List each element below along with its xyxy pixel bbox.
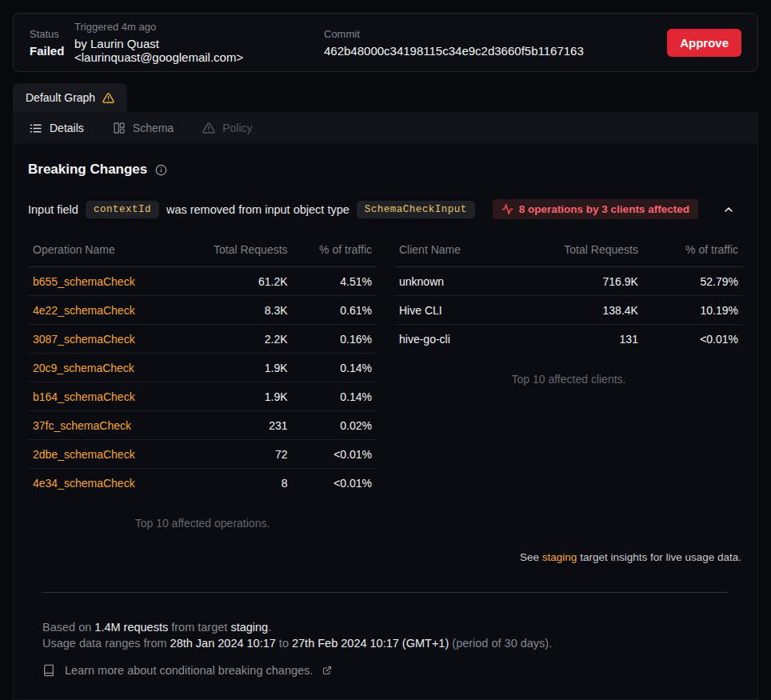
column-header: Total Requests [179, 238, 293, 267]
table-row: 3087_schemaCheck 2.2K 0.16% [28, 325, 377, 354]
requests-cell: 2.2K [179, 325, 293, 354]
from-target-text: from target [171, 621, 227, 634]
activity-pulse-icon [501, 203, 513, 215]
tab-policy-label: Policy [222, 122, 252, 134]
traffic-cell: 4.51% [293, 267, 377, 296]
operation-link[interactable]: 3087_schemaCheck [33, 333, 135, 346]
check-nav-tabs: Details Schema Policy [13, 112, 758, 144]
tab-default-graph[interactable]: Default Graph [13, 83, 127, 112]
traffic-cell: 10.19% [643, 296, 743, 325]
ranges-prefix-text: Usage data ranges from [42, 637, 167, 650]
traffic-cell: 52.79% [643, 267, 743, 296]
client-name-cell: Hive CLI [394, 296, 509, 325]
to-text: to [279, 637, 289, 650]
tab-schema-label: Schema [133, 122, 174, 134]
schema-icon [113, 122, 126, 134]
client-name-cell: unknown [394, 267, 509, 296]
status-label: Status [30, 28, 74, 40]
commit-group: Commit 462b48000c34198115c34e9c2d3660f5b… [324, 28, 667, 58]
table-row: 4e34_schemaCheck 8 <0.01% [28, 469, 377, 498]
see-note-pre: See [520, 551, 539, 563]
traffic-cell: 0.14% [293, 354, 377, 382]
change-prefix: Input field [28, 203, 78, 216]
target-name: staging [230, 621, 268, 634]
footer-divider [42, 592, 729, 593]
commit-hash: 462b48000c34198115c34e9c2d3660f5b1167163 [324, 44, 667, 58]
details-panel: Breaking Changes Input field contextId w… [13, 144, 758, 700]
see-staging-note: See staging target insights for live usa… [28, 551, 743, 563]
traffic-cell: 0.61% [293, 296, 377, 325]
column-header: Total Requests [509, 238, 643, 267]
table-row: b164_schemaCheck 1.9K 0.14% [28, 382, 377, 411]
learn-more-label: Learn more about conditional breaking ch… [65, 664, 313, 677]
table-row: b655_schemaCheck 61.2K 4.51% [28, 267, 377, 296]
traffic-cell: <0.01% [293, 469, 377, 498]
requests-cell: 131 [509, 325, 643, 354]
requests-cell: 8.3K [179, 296, 293, 325]
requests-cell: 138.4K [509, 296, 643, 325]
operation-link[interactable]: 20c9_schemaCheck [33, 362, 134, 374]
approve-button[interactable]: Approve [667, 29, 741, 57]
traffic-cell: <0.01% [643, 325, 743, 354]
tab-details[interactable]: Details [29, 122, 84, 135]
requests-cell: 1.9K [179, 382, 293, 411]
change-field-code: contextId [86, 201, 159, 218]
check-header: Status Failed Triggered 4m ago by Laurin… [13, 13, 758, 72]
status-value: Failed [30, 44, 74, 58]
usage-summary-line2: Usage data ranges from 28th Jan 2024 10:… [42, 635, 729, 651]
operation-link[interactable]: 37fc_schemaCheck [33, 419, 131, 432]
usage-summary: Based on 1.4M requests from target stagi… [42, 619, 729, 651]
external-link-icon [322, 666, 332, 675]
triggered-author: by Laurin Quast <laurinquast@googlemail.… [74, 37, 324, 64]
affected-badge-label: 8 operations by 3 clients affected [519, 203, 689, 215]
commit-label: Commit [324, 28, 667, 40]
staging-target-link[interactable]: staging [542, 551, 577, 563]
book-icon [42, 664, 55, 677]
operation-link[interactable]: b655_schemaCheck [33, 275, 135, 288]
operation-link[interactable]: 4e22_schemaCheck [33, 304, 135, 317]
traffic-cell: 0.16% [293, 325, 377, 354]
collapse-chevron-button[interactable] [719, 200, 738, 219]
tab-policy[interactable]: Policy [202, 122, 252, 134]
range-start-date: 28th Jan 2024 10:17 [170, 637, 276, 650]
period-text: (period of 30 days). [452, 637, 552, 650]
operation-link[interactable]: b164_schemaCheck [33, 390, 135, 403]
breaking-change-row[interactable]: Input field contextId was removed from i… [28, 199, 743, 219]
table-row: unknown 716.9K 52.79% [394, 267, 743, 296]
policy-warning-icon [202, 122, 215, 134]
column-header: % of traffic [293, 238, 377, 267]
requests-cell: 61.2K [179, 267, 293, 296]
triggered-group: Triggered 4m ago by Laurin Quast <laurin… [74, 21, 324, 64]
change-middle: was removed from input object type [166, 203, 350, 216]
table-row: hive-go-cli 131 <0.01% [394, 325, 743, 354]
list-icon [29, 122, 42, 135]
chevron-up-icon [722, 203, 735, 216]
learn-more-link[interactable]: Learn more about conditional breaking ch… [42, 664, 332, 677]
column-header: Client Name [394, 238, 509, 267]
column-header: % of traffic [643, 238, 743, 267]
tab-details-label: Details [50, 122, 84, 134]
requests-cell: 1.9K [179, 354, 293, 382]
table-row: 2dbe_schemaCheck 72 <0.01% [28, 440, 377, 469]
client-name-cell: hive-go-cli [394, 325, 509, 354]
tab-schema[interactable]: Schema [113, 122, 174, 134]
table-row: 4e22_schemaCheck 8.3K 0.61% [28, 296, 377, 325]
graph-tab-label: Default Graph [26, 91, 95, 104]
clients-table: Client Name Total Requests % of traffic … [394, 238, 743, 530]
usage-summary-line1: Based on 1.4M requests from target stagi… [42, 619, 729, 635]
requests-count: 1.4M requests [94, 621, 168, 634]
table-row: 20c9_schemaCheck 1.9K 0.14% [28, 354, 377, 382]
requests-cell: 8 [179, 469, 293, 498]
traffic-cell: <0.01% [293, 440, 377, 469]
breaking-changes-title: Breaking Changes [28, 162, 147, 178]
clients-table-note: Top 10 affected clients. [394, 373, 743, 386]
operation-link[interactable]: 4e34_schemaCheck [33, 477, 135, 490]
warning-triangle-icon [102, 92, 114, 104]
info-icon[interactable] [155, 164, 167, 176]
triggered-label: Triggered 4m ago [74, 21, 324, 33]
traffic-cell: 0.14% [293, 382, 377, 411]
change-type-code: SchemaCheckInput [357, 201, 475, 218]
see-note-post: target insights for live usage data. [580, 551, 741, 563]
operation-link[interactable]: 2dbe_schemaCheck [33, 448, 135, 461]
affected-badge: 8 operations by 3 clients affected [493, 199, 698, 219]
